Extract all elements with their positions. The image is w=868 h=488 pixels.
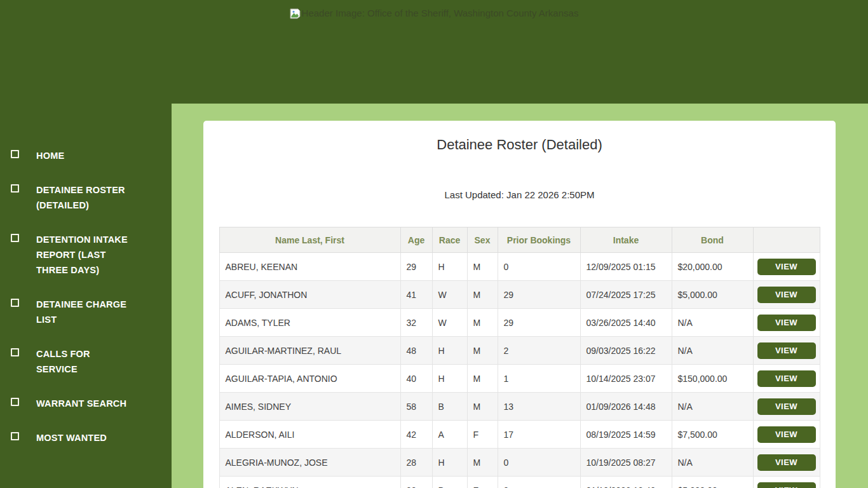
square-bullet-icon — [11, 432, 19, 440]
intake-cell: 10/19/2025 08:27 — [580, 449, 672, 477]
prior-bookings-cell: 17 — [498, 421, 580, 449]
prior-bookings-cell: 0 — [498, 449, 580, 477]
table-row: AIMES, SIDNEY 58 B M 13 01/09/2026 14:48… — [219, 393, 820, 421]
view-button[interactable]: VIEW — [757, 426, 816, 443]
bond-cell: $5,000.00 — [672, 281, 753, 309]
age-cell: 40 — [400, 365, 432, 393]
name-cell: AGUILAR-TAPIA, ANTONIO — [219, 365, 400, 393]
age-cell: 28 — [400, 449, 432, 477]
table-row: AGUILAR-TAPIA, ANTONIO 40 H M 1 10/14/20… — [219, 365, 820, 393]
race-cell: A — [432, 421, 467, 449]
sidebar-item[interactable]: DETAINEE ROSTER (DETAILED) — [11, 182, 172, 213]
view-button[interactable]: VIEW — [757, 370, 816, 387]
content-card: Detainee Roster (Detailed) Last Updated:… — [203, 121, 836, 488]
column-header-bond: Bond — [672, 227, 753, 253]
prior-bookings-cell: 1 — [498, 365, 580, 393]
sidebar-item-label: CALLS FOR SERVICE — [36, 346, 133, 377]
last-updated: Last Updated: Jan 22 2026 2:50PM — [203, 189, 836, 201]
name-cell: ACUFF, JONATHON — [219, 281, 400, 309]
table-row: ALEGRIA-MUNOZ, JOSE 28 H M 0 10/19/2025 … — [219, 449, 820, 477]
sex-cell: M — [467, 393, 498, 421]
name-cell: AGUILAR-MARTINEZ, RAUL — [219, 337, 400, 365]
name-cell: ADAMS, TYLER — [219, 309, 400, 337]
view-button[interactable]: VIEW — [757, 454, 816, 471]
detainee-roster-table: Name Last, First Age Race Sex Prior Book… — [219, 227, 820, 488]
bond-cell: N/A — [672, 309, 753, 337]
age-cell: 32 — [400, 477, 432, 488]
prior-bookings-cell: 2 — [498, 477, 580, 488]
sex-cell: M — [467, 365, 498, 393]
view-button[interactable]: VIEW — [757, 482, 816, 488]
table-row: ADAMS, TYLER 32 W M 29 03/26/2025 14:40 … — [219, 309, 820, 337]
intake-cell: 08/19/2025 14:59 — [580, 421, 672, 449]
view-button[interactable]: VIEW — [757, 342, 816, 359]
bond-cell: $150,000.00 — [672, 365, 753, 393]
view-cell: VIEW — [753, 253, 820, 281]
sidebar-nav: HOME DETAINEE ROSTER (DETAILED) DETENTIO… — [0, 104, 172, 454]
view-cell: VIEW — [753, 421, 820, 449]
age-cell: 42 — [400, 421, 432, 449]
sex-cell: M — [467, 337, 498, 365]
square-bullet-icon — [11, 150, 19, 158]
intake-cell: 12/09/2025 01:15 — [580, 253, 672, 281]
table-row: ABREU, KEENAN 29 H M 0 12/09/2025 01:15 … — [219, 253, 820, 281]
age-cell: 48 — [400, 337, 432, 365]
page-title: Detainee Roster (Detailed) — [203, 137, 836, 153]
sidebar-item[interactable]: CALLS FOR SERVICE — [11, 346, 172, 377]
view-button[interactable]: VIEW — [757, 398, 816, 415]
intake-cell: 03/26/2025 14:40 — [580, 309, 672, 337]
prior-bookings-cell: 2 — [498, 337, 580, 365]
sidebar-item[interactable]: HOME — [11, 148, 172, 163]
name-cell: AIMES, SIDNEY — [219, 393, 400, 421]
broken-image-icon — [290, 8, 301, 19]
main-area: Detainee Roster (Detailed) Last Updated:… — [172, 104, 868, 488]
sidebar-item-label: HOME — [36, 148, 133, 163]
table-header-row: Name Last, First Age Race Sex Prior Book… — [219, 227, 820, 253]
name-cell: ABREU, KEENAN — [219, 253, 400, 281]
square-bullet-icon — [11, 234, 19, 242]
view-button[interactable]: VIEW — [757, 315, 816, 331]
prior-bookings-cell: 29 — [498, 281, 580, 309]
sidebar-item[interactable]: DETENTION INTAKE REPORT (LAST THREE DAYS… — [11, 232, 172, 278]
view-cell: VIEW — [753, 477, 820, 488]
view-cell: VIEW — [753, 449, 820, 477]
sidebar-item-label: DETAINEE ROSTER (DETAILED) — [36, 182, 133, 213]
sidebar-item[interactable]: WARRANT SEARCH — [11, 396, 172, 411]
bond-cell: N/A — [672, 393, 753, 421]
intake-cell: 01/10/2026 13:40 — [580, 477, 672, 488]
view-button[interactable]: VIEW — [757, 259, 816, 275]
sex-cell: F — [467, 421, 498, 449]
race-cell: H — [432, 449, 467, 477]
view-cell: VIEW — [753, 393, 820, 421]
intake-cell: 09/03/2025 16:22 — [580, 337, 672, 365]
header-band: Header Image: Office of the Sheriff, Was… — [0, 0, 868, 104]
intake-cell: 10/14/2025 23:07 — [580, 365, 672, 393]
header-image-alt: Header Image: Office of the Sheriff, Was… — [0, 8, 868, 21]
race-cell: B — [432, 393, 467, 421]
table-row: AGUILAR-MARTINEZ, RAUL 48 H M 2 09/03/20… — [219, 337, 820, 365]
table-row: ACUFF, JONATHON 41 W M 29 07/24/2025 17:… — [219, 281, 820, 309]
intake-cell: 07/24/2025 17:25 — [580, 281, 672, 309]
sidebar-item[interactable]: DETAINEE CHARGE LIST — [11, 297, 172, 327]
sidebar-item-label: DETAINEE CHARGE LIST — [36, 297, 133, 327]
column-header-age: Age — [400, 227, 432, 253]
column-header-actions — [753, 227, 820, 253]
sidebar: HOME DETAINEE ROSTER (DETAILED) DETENTIO… — [0, 104, 172, 488]
race-cell: B — [432, 477, 467, 488]
view-button[interactable]: VIEW — [757, 287, 816, 303]
race-cell: H — [432, 253, 467, 281]
square-bullet-icon — [11, 184, 19, 193]
square-bullet-icon — [11, 348, 19, 356]
view-cell: VIEW — [753, 365, 820, 393]
sex-cell: M — [467, 309, 498, 337]
prior-bookings-cell: 13 — [498, 393, 580, 421]
sex-cell: F — [467, 477, 498, 488]
bond-cell: $20,000.00 — [672, 253, 753, 281]
bond-cell: N/A — [672, 449, 753, 477]
header-image-alt-text: Header Image: Office of the Sheriff, Was… — [302, 8, 579, 18]
bond-cell: $5,000.00 — [672, 477, 753, 488]
race-cell: W — [432, 281, 467, 309]
sidebar-item[interactable]: MOST WANTED — [11, 430, 172, 445]
table-row: ALDERSON, AILI 42 A F 17 08/19/2025 14:5… — [219, 421, 820, 449]
column-header-race: Race — [432, 227, 467, 253]
